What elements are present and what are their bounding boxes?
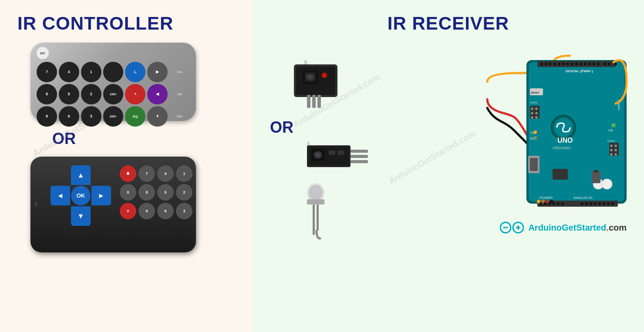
svg-text:IOREF RESET 3V3  5V GND GND VI: IOREF RESET 3V3 5V GND GND VIN xyxy=(537,208,582,211)
btn-7: 7 xyxy=(37,62,57,82)
brand-text: ArduinoGetStarted.com xyxy=(528,223,627,233)
svg-point-77 xyxy=(614,153,617,156)
svg-point-55 xyxy=(535,107,538,110)
ir-module-top: S xyxy=(287,56,344,114)
svg-point-91 xyxy=(585,202,588,205)
right-panel: IR RECEIVER ArduinoGetStarted.com Arduin… xyxy=(253,0,644,332)
svg-rect-19 xyxy=(351,155,368,158)
remote1-grid: 7 4 1 L ▶ CH- 8 5 2 100+ + ◀ CH 9 6 3 20… xyxy=(37,62,190,127)
svg-point-88 xyxy=(557,202,560,205)
svg-text:UNO: UNO xyxy=(557,137,573,144)
svg-rect-79 xyxy=(530,158,538,171)
remote1-logo: DIY xyxy=(37,47,49,59)
btn-n2: 2 xyxy=(176,184,192,201)
left-panel: ArduinoGetStarted.com IR CONTROLLER DIY … xyxy=(0,0,253,332)
svg-rect-102 xyxy=(594,170,598,172)
svg-rect-7 xyxy=(307,95,310,108)
svg-point-73 xyxy=(614,144,617,147)
arduino-area: DIGITAL (PWM~) TX0●e0 RESET ICSP2 TX RX xyxy=(392,47,635,245)
btn-6: 6 xyxy=(59,106,79,127)
dpad-right: ► xyxy=(91,186,111,205)
ir-led-svg xyxy=(296,178,335,243)
btn-chminus: CH- xyxy=(169,62,190,82)
svg-text:S: S xyxy=(307,141,310,146)
arduino-board-svg: DIGITAL (PWM~) TX0●e0 RESET ICSP2 TX RX xyxy=(465,47,631,230)
svg-point-100 xyxy=(602,179,612,189)
btn-L: L xyxy=(125,62,145,82)
svg-point-32 xyxy=(545,63,547,65)
svg-point-56 xyxy=(531,112,533,114)
svg-point-86 xyxy=(548,202,551,205)
svg-point-38 xyxy=(571,63,573,65)
svg-rect-16 xyxy=(329,151,335,155)
svg-point-58 xyxy=(531,116,533,119)
btn-4: 4 xyxy=(59,62,79,82)
svg-rect-17 xyxy=(337,151,344,155)
right-main: S OR xyxy=(261,51,635,245)
remote2-body: ▲ ◄ OK ► ▼ ✱ 7 4 1 0 8 5 2 # 9 xyxy=(37,162,189,226)
btn-8: 8 xyxy=(37,84,57,104)
svg-point-87 xyxy=(553,202,555,205)
svg-point-44 xyxy=(597,63,600,65)
svg-point-68 xyxy=(611,123,616,127)
dpad-up: ▲ xyxy=(71,165,91,185)
svg-point-41 xyxy=(584,63,587,65)
btn-arr3: ▼ xyxy=(147,106,168,127)
svg-text:DIGITAL (PWM~): DIGITAL (PWM~) xyxy=(566,69,593,73)
ir-module2-svg: S xyxy=(305,141,370,171)
svg-point-85 xyxy=(544,202,546,205)
svg-text:RESET: RESET xyxy=(531,91,539,94)
svg-point-72 xyxy=(610,144,613,147)
svg-text:ICSP2: ICSP2 xyxy=(530,101,538,104)
svg-point-15 xyxy=(315,152,320,158)
btn-3: 3 xyxy=(81,106,101,127)
svg-text:S: S xyxy=(304,60,307,66)
svg-point-63 xyxy=(533,136,537,140)
svg-point-76 xyxy=(610,153,613,156)
svg-rect-101 xyxy=(592,171,600,183)
svg-point-95 xyxy=(603,202,605,205)
svg-point-59 xyxy=(535,116,538,119)
btn-1: 1 xyxy=(81,62,101,82)
btn-eq: EQ xyxy=(125,106,145,127)
svg-text:ICSP1: ICSP1 xyxy=(607,140,615,142)
btn-n0: 0 xyxy=(120,184,136,201)
or-label-right: OR xyxy=(270,118,293,137)
dpad-left: ◄ xyxy=(51,186,70,205)
svg-point-39 xyxy=(575,63,578,65)
svg-text:ANALOG IN: ANALOG IN xyxy=(573,196,593,200)
svg-text:POWER: POWER xyxy=(539,196,553,200)
ir-receiver-title: IR RECEIVER xyxy=(388,13,509,34)
svg-point-57 xyxy=(535,112,538,114)
svg-point-105 xyxy=(541,200,545,203)
svg-rect-18 xyxy=(351,150,368,153)
btn-n6: 6 xyxy=(157,203,174,219)
remote2: DIY ▲ ◄ OK ► ▼ ✱ 7 4 1 0 8 5 xyxy=(30,157,196,252)
remote1: DIY 7 4 1 L ▶ CH- 8 5 2 100+ + ◀ CH 9 xyxy=(30,43,196,121)
svg-point-34 xyxy=(553,63,556,65)
svg-point-36 xyxy=(562,63,565,65)
btn-5: 5 xyxy=(59,84,79,104)
svg-point-42 xyxy=(588,63,591,65)
svg-point-33 xyxy=(549,63,552,65)
dpad-down: ▼ xyxy=(71,206,91,226)
btn-n1: 1 xyxy=(176,165,192,182)
svg-point-84 xyxy=(539,202,542,205)
svg-point-107 xyxy=(550,200,553,203)
svg-rect-8 xyxy=(312,95,316,108)
svg-point-96 xyxy=(607,202,610,205)
btn-9: 9 xyxy=(37,106,57,127)
svg-point-89 xyxy=(561,202,564,205)
remote2-logo: DIY xyxy=(35,202,37,207)
svg-point-24 xyxy=(312,187,319,194)
btn-chplus: CH+ xyxy=(169,106,190,127)
svg-point-90 xyxy=(581,202,583,205)
left-content: DIY 7 4 1 L ▶ CH- 8 5 2 100+ + ◀ CH 9 xyxy=(17,43,235,252)
svg-point-54 xyxy=(531,107,533,110)
svg-point-46 xyxy=(608,63,610,65)
btn-n8: 8 xyxy=(138,184,155,201)
svg-rect-26 xyxy=(313,205,315,235)
svg-point-37 xyxy=(566,63,569,65)
remote1-top: DIY xyxy=(37,47,190,59)
svg-point-94 xyxy=(598,202,601,205)
